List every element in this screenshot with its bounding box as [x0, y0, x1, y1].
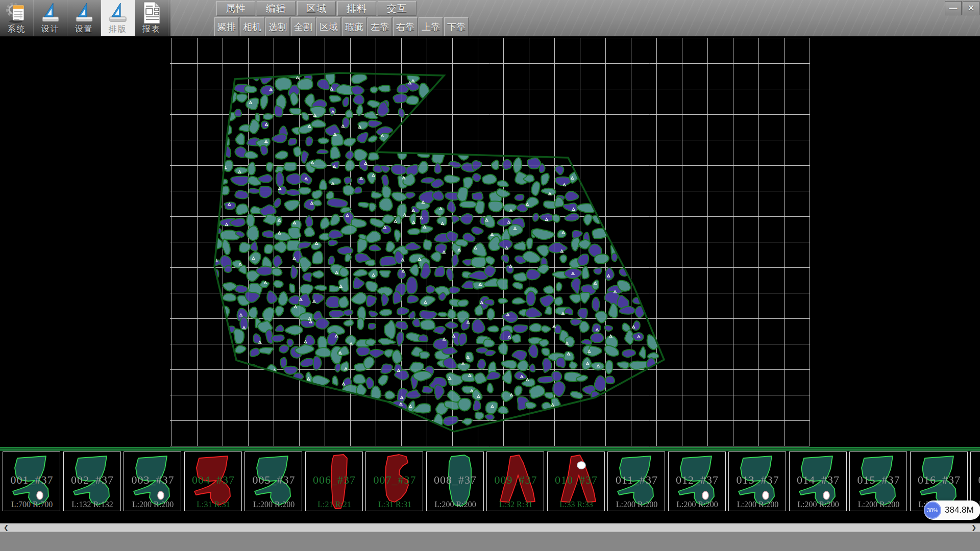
tool-select-cut[interactable]: 选割: [265, 17, 290, 36]
memory-value-label: 384.8M: [945, 505, 974, 515]
scroll-left-arrow[interactable]: ❮: [1, 524, 11, 532]
main-tab-bar: 系统 设计: [0, 0, 170, 36]
workspace: [0, 37, 980, 523]
nesting-canvas[interactable]: [0, 37, 980, 523]
nesting-icon: [107, 2, 129, 24]
tool-region[interactable]: 区域: [316, 17, 341, 36]
piece-shape: [64, 452, 121, 511]
tab-nesting-active[interactable]: 排版: [101, 0, 135, 36]
piece-shape: [790, 452, 847, 511]
piece-hole: [823, 491, 829, 499]
tab-design[interactable]: 设计: [34, 0, 67, 36]
thumbnail-cell[interactable]: 007_#37L:31 R:31: [365, 452, 423, 511]
tab-settings-label: 设置: [75, 24, 93, 35]
tool-align-bottom[interactable]: 下靠: [444, 17, 469, 36]
minimize-button[interactable]: —: [945, 1, 962, 15]
thumbnail-cell[interactable]: 014_#37L:200 R:200: [789, 452, 847, 511]
piece-shape: [124, 452, 181, 511]
memory-percent-badge: 38%: [924, 502, 941, 519]
menu-row-1: 属性 编辑 区域 排料 交互: [216, 1, 416, 16]
system-icon: [6, 2, 28, 24]
thumbnail-cell[interactable]: 013_#37L:200 R:200: [728, 452, 786, 511]
piece-shape: [729, 452, 786, 511]
piece-shape: [3, 452, 60, 511]
tool-defect[interactable]: 瑕疵: [342, 17, 366, 36]
tool-align-right[interactable]: 右靠: [393, 17, 418, 36]
thumbnail-cell[interactable]: 012_#37L:200 R:200: [668, 452, 726, 511]
menu-region[interactable]: 区域: [297, 1, 336, 16]
tab-nesting-label: 排版: [109, 24, 127, 35]
piece-hole: [37, 491, 43, 499]
settings-icon: [73, 2, 95, 24]
piece-shape: [608, 452, 665, 511]
piece-shape: [548, 452, 605, 511]
tab-system[interactable]: 系统: [0, 0, 34, 36]
menu-interact[interactable]: 交互: [378, 1, 416, 16]
app-window: 系统 设计: [0, 0, 980, 551]
strip-divider-line-bottom: [0, 449, 980, 450]
tool-align-top[interactable]: 上靠: [419, 17, 443, 36]
scroll-right-arrow[interactable]: ❯: [969, 524, 979, 532]
tool-align-left[interactable]: 左靠: [368, 17, 392, 36]
menu-edit[interactable]: 编辑: [257, 1, 296, 16]
thumbnail-cell[interactable]: 008_#37L:200 R:200: [426, 452, 484, 511]
toolbar: 系统 设计: [0, 0, 980, 37]
menu-properties[interactable]: 属性: [216, 1, 255, 16]
memory-badge: 38% 384.8M: [924, 500, 980, 520]
tab-settings[interactable]: 设置: [67, 0, 101, 36]
tool-cluster-nest[interactable]: 聚排: [214, 17, 239, 36]
menu-nest[interactable]: 排料: [337, 1, 376, 16]
menu-row-2: 聚排 相机 选割 全割 区域 瑕疵 左靠 右靠 上靠 下靠: [214, 17, 469, 36]
piece-shape: [366, 452, 423, 511]
piece-shape: [427, 452, 484, 511]
thumbnail-cell[interactable]: 002_#37L:132 R:132: [63, 452, 121, 511]
tab-report[interactable]: 报表: [135, 0, 168, 36]
thumbnail-cell[interactable]: 005_#37L:200 R:200: [244, 452, 302, 511]
piece-hole: [702, 491, 708, 499]
thumbnail-cell[interactable]: 004_#37L:31 R:31: [184, 452, 242, 511]
tool-camera[interactable]: 相机: [240, 17, 264, 36]
piece-shape: [487, 452, 544, 511]
thumbnail-cell[interactable]: 001_#37L:700 R:700: [3, 452, 60, 511]
tool-cut-all[interactable]: 全割: [291, 17, 315, 36]
thumbnail-strip: 001_#37L:700 R:700002_#37L:132 R:132003_…: [0, 452, 980, 512]
thumbnail-cell[interactable]: 003_#37L:200 R:200: [124, 452, 181, 511]
status-bar: [0, 532, 980, 551]
tab-report-label: 报表: [142, 24, 161, 35]
report-icon: [141, 2, 162, 24]
tab-system-label: 系统: [8, 24, 26, 35]
horizontal-scrollbar[interactable]: ❮ ❯: [0, 523, 980, 532]
close-button[interactable]: ✕: [963, 1, 979, 15]
piece-hole: [158, 491, 164, 499]
design-icon: [39, 2, 62, 24]
thumbnail-cell[interactable]: 010_#37L:33 R:33: [547, 452, 605, 511]
thumbnail-cell[interactable]: 011_#37L:200 R:200: [607, 452, 665, 511]
piece-shape: [185, 452, 242, 511]
piece-shape: [669, 452, 726, 511]
thumbnail-cell[interactable]: 006_#37L:21 R:21: [305, 452, 363, 511]
strip-divider-line-top: [0, 447, 980, 448]
piece-hole: [577, 462, 585, 469]
piece-shape: [245, 452, 302, 511]
piece-shape: [850, 452, 907, 511]
piece-hole: [763, 491, 769, 499]
piece-shape: [306, 452, 363, 511]
thumbnail-cell[interactable]: 015_#37L:200 R:200: [849, 452, 907, 511]
tab-design-label: 设计: [41, 24, 60, 35]
thumbnail-cell[interactable]: 009_#37L:32 R:31: [486, 452, 544, 511]
